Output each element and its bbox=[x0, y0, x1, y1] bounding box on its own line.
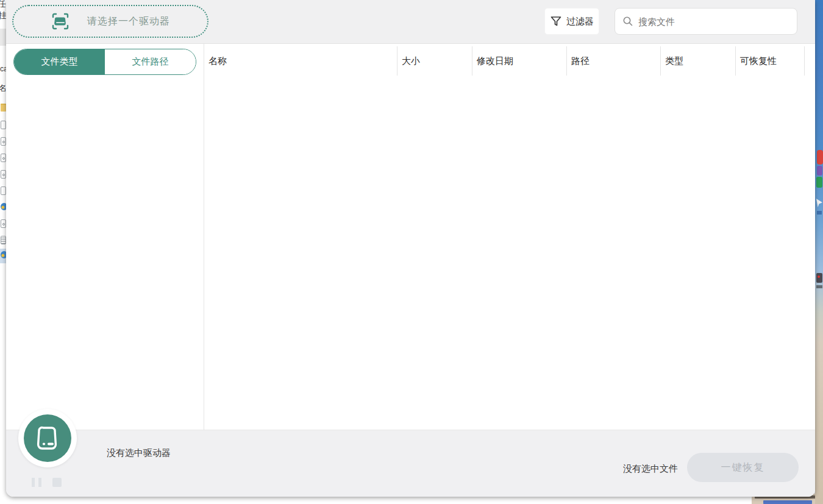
file-icon bbox=[1, 154, 6, 162]
desktop-icon-fragment bbox=[817, 166, 822, 176]
file-icon bbox=[1, 121, 6, 129]
desktop-label-fragment bbox=[817, 211, 822, 215]
funnel-icon bbox=[550, 15, 562, 27]
clipped-text-fragment: 挂 bbox=[0, 10, 6, 21]
tab-file-type[interactable]: 文件类型 bbox=[14, 49, 105, 74]
file-icon bbox=[1, 186, 6, 195]
column-header-modified-date[interactable]: 修改日期 bbox=[472, 46, 566, 76]
background-toolbar-fragment bbox=[0, 29, 6, 46]
column-header-type[interactable]: 类型 bbox=[660, 46, 735, 76]
drive-status-text: 没有选中驱动器 bbox=[107, 447, 171, 459]
drive-circle-icon bbox=[24, 414, 71, 462]
tab-file-type-label: 文件类型 bbox=[41, 56, 78, 68]
data-recovery-app-window: 请选择一个驱动器 过滤器 文件类型 bbox=[6, 0, 815, 497]
toolbar: 请选择一个驱动器 过滤器 bbox=[6, 0, 815, 44]
table-header-gutter bbox=[804, 46, 815, 76]
desktop-wallpaper-strip bbox=[815, 0, 823, 504]
folder-icon bbox=[1, 104, 6, 112]
background-window-strip: 任 挂 ca 名 bbox=[0, 0, 6, 504]
desktop-label-fragment bbox=[816, 285, 822, 288]
file-icon bbox=[1, 137, 6, 146]
table-header-row: 名称 大小 修改日期 路径 类型 可恢复性 bbox=[204, 44, 815, 78]
column-header-recoverability[interactable]: 可恢复性 bbox=[735, 46, 804, 76]
desktop-icon-fragment bbox=[817, 150, 823, 165]
stop-icon[interactable] bbox=[52, 478, 62, 487]
file-icon bbox=[1, 170, 6, 179]
tab-file-path[interactable]: 文件路径 bbox=[105, 49, 196, 74]
drive-scan-icon bbox=[51, 12, 70, 30]
one-click-recover-button[interactable]: 一键恢复 bbox=[687, 453, 799, 482]
tab-file-path-label: 文件路径 bbox=[132, 56, 169, 68]
pause-icon[interactable] bbox=[32, 478, 41, 487]
file-icon bbox=[1, 219, 6, 228]
document-icon bbox=[1, 236, 6, 244]
desktop-label-fragment bbox=[763, 500, 812, 504]
desktop-icon-fragment bbox=[816, 177, 822, 188]
cursor-icon bbox=[816, 199, 822, 207]
clipped-text-fragment: 任 bbox=[0, 0, 6, 10]
clipped-text-fragment: 名 bbox=[0, 83, 6, 94]
column-header-size[interactable]: 大小 bbox=[397, 46, 472, 76]
drive-status-badge bbox=[18, 409, 77, 467]
clipped-text-fragment: ca bbox=[0, 65, 6, 73]
column-header-path[interactable]: 路径 bbox=[566, 46, 660, 76]
sidebar-tab-group: 文件类型 文件路径 bbox=[13, 49, 196, 75]
main-content: 文件类型 文件路径 名称 大小 修改日期 路径 类型 可恢复性 bbox=[6, 44, 815, 430]
table-body-empty bbox=[204, 78, 815, 430]
file-table: 名称 大小 修改日期 路径 类型 可恢复性 bbox=[204, 44, 815, 430]
filter-button[interactable]: 过滤器 bbox=[544, 8, 599, 35]
browser-icon bbox=[1, 251, 6, 258]
select-drive-label: 请选择一个驱动器 bbox=[87, 15, 170, 28]
search-input[interactable] bbox=[638, 16, 789, 27]
browser-icon bbox=[1, 203, 6, 210]
search-box bbox=[615, 8, 797, 35]
desktop-icon-fragment bbox=[818, 275, 820, 278]
sidebar: 文件类型 文件路径 bbox=[6, 44, 204, 430]
desktop-icon-fragment bbox=[816, 273, 822, 283]
filter-label: 过滤器 bbox=[566, 16, 594, 27]
file-status-text: 没有选中文件 bbox=[623, 463, 678, 475]
status-footer: 没有选中驱动器 没有选中文件 一键恢复 bbox=[6, 430, 815, 497]
column-header-name[interactable]: 名称 bbox=[204, 46, 397, 76]
search-icon bbox=[622, 16, 633, 27]
select-drive-button[interactable]: 请选择一个驱动器 bbox=[12, 5, 208, 38]
